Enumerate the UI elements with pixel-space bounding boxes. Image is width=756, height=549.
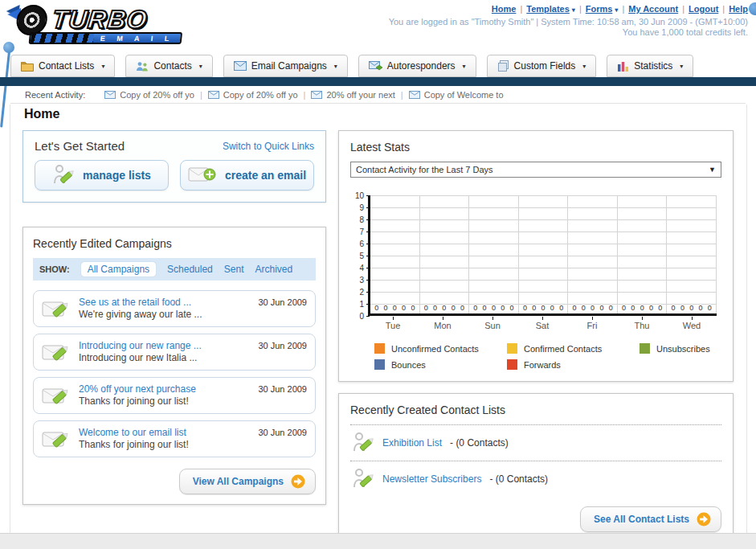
- contact-list-row[interactable]: Exhibition List- (0 Contacts): [350, 427, 721, 459]
- chart-x-axis: TueMonSunSatFriThuWed: [368, 317, 717, 330]
- filter-archived[interactable]: Archived: [255, 264, 292, 275]
- campaign-subtitle: Introducing our new Italia ...: [79, 352, 250, 364]
- recent-activity-item[interactable]: Copy of 20% off yo: [208, 90, 298, 100]
- main-content: Home Let's Get Started Switch to Quick L…: [10, 104, 747, 533]
- see-all-contact-lists-button[interactable]: See All Contact Lists: [580, 506, 721, 532]
- y-axis-label: 9: [353, 203, 370, 211]
- campaign-title-link[interactable]: Introducing our new range ...: [79, 340, 250, 352]
- filter-sent[interactable]: Sent: [224, 264, 244, 275]
- activity-separator: |: [304, 90, 306, 100]
- chart-value-label: 0: [672, 304, 676, 312]
- contact-list-link[interactable]: Newsletter Subscribers: [382, 473, 481, 485]
- top-nav-my-account[interactable]: My Account: [628, 4, 678, 14]
- chart-day-column: 00000: [667, 195, 717, 313]
- top-nav-forms[interactable]: Forms▾: [586, 4, 619, 14]
- tab-autoresponders[interactable]: Autoresponders▾: [358, 55, 476, 77]
- filter-scheduled[interactable]: Scheduled: [167, 264, 213, 275]
- top-nav-help[interactable]: Help: [729, 4, 748, 14]
- top-nav-templates[interactable]: Templates▾: [526, 4, 575, 14]
- filter-all-campaigns[interactable]: All Campaigns: [81, 262, 156, 277]
- tab-email-campaigns[interactable]: Email Campaigns▾: [223, 55, 348, 77]
- chart-day-column: 00000: [519, 195, 569, 313]
- activity-item-label: Copy of 20% off yo: [223, 90, 298, 100]
- legend-swatch: [640, 343, 650, 354]
- tab-contacts[interactable]: Contacts▾: [125, 55, 212, 77]
- recent-activity-items: Copy of 20% off yo|Copy of 20% off yo|20…: [104, 90, 503, 100]
- chart-value-label: 0: [483, 304, 487, 312]
- tab-contact-lists[interactable]: Contact Lists▾: [10, 55, 115, 77]
- chart-value-label: 0: [631, 304, 635, 312]
- chart-value-label: 0: [393, 304, 397, 312]
- chart-value-label: 0: [640, 304, 644, 312]
- activity-item-label: Copy of Welcome to: [424, 90, 504, 100]
- chart-value-labels: 00000: [619, 304, 665, 312]
- chart-value-label: 0: [680, 304, 684, 312]
- get-started-panel: Let's Get Started Switch to Quick Links …: [22, 130, 326, 203]
- view-all-campaigns-button[interactable]: View All Campaigns: [179, 469, 316, 494]
- left-column: Let's Get Started Switch to Quick Links …: [22, 130, 326, 505]
- x-axis-label: Mon: [418, 317, 468, 330]
- chart-value-label: 0: [492, 304, 496, 312]
- x-tick-mark: [393, 317, 394, 320]
- get-started-buttons: manage listscreate an email: [35, 160, 314, 191]
- legend-item-confirmed-contacts: Confirmed Contacts: [507, 343, 640, 354]
- contact-lists-actions: See All Contact Lists: [350, 506, 721, 532]
- campaigns-panel-title: Recently Edited Campaigns: [33, 237, 316, 250]
- top-nav: Home|Templates▾|Forms▾|My Account|Logout…: [492, 4, 748, 14]
- contact-list-row[interactable]: Newsletter Subscribers- (0 Contacts): [350, 463, 721, 495]
- small-envelope-icon: [104, 91, 116, 99]
- contact-activity-chart: 0123456789100000000000000000000000000000…: [368, 195, 717, 330]
- x-axis-label: Tue: [368, 317, 418, 330]
- campaign-row[interactable]: Introducing our new range ...Introducing…: [33, 334, 316, 371]
- turbo-email-dashboard: TURBO E M A I L Home|Templates▾|Forms▾|M…: [0, 0, 756, 549]
- chart-value-label: 0: [424, 304, 428, 312]
- y-tick-mark: [366, 219, 370, 220]
- campaign-row[interactable]: See us at the retail food ...We're givin…: [33, 290, 316, 327]
- manage-lists-button[interactable]: manage lists: [35, 160, 169, 191]
- stats-period-select[interactable]: Contact Activity for the Last 7 Days ▼: [350, 162, 721, 178]
- top-nav-home[interactable]: Home: [492, 4, 517, 14]
- chart-value-label: 0: [532, 304, 536, 312]
- chevron-down-icon: ▾: [582, 63, 586, 70]
- chevron-down-icon: ▼: [709, 166, 716, 174]
- y-tick-mark: [366, 304, 370, 305]
- legend-item-forwards: Forwards: [507, 359, 640, 370]
- logo-title: TURBO: [51, 8, 149, 31]
- chart-value-label: 0: [609, 304, 613, 312]
- x-tick-mark: [692, 317, 693, 320]
- tab-label: Autoresponders: [387, 60, 456, 72]
- campaign-row[interactable]: Welcome to our email listThanks for join…: [33, 420, 316, 457]
- y-tick-mark: [366, 231, 370, 232]
- chart-value-label: 0: [433, 304, 437, 312]
- status-line-2: You have 1,000 total credits left.: [389, 27, 748, 38]
- campaign-title-link[interactable]: 20% off your next purchase: [79, 383, 250, 395]
- chart-value-labels: 00000: [668, 304, 714, 312]
- contact-list-link[interactable]: Exhibition List: [382, 437, 442, 449]
- campaign-texts: Welcome to our email listThanks for join…: [79, 427, 250, 451]
- chart-value-labels: 00000: [570, 304, 615, 312]
- tab-custom-fields[interactable]: Custom Fields▾: [487, 55, 597, 77]
- nav-separator: |: [682, 4, 684, 14]
- tab-statistics[interactable]: Statistics▾: [607, 55, 693, 77]
- get-started-button-label: manage lists: [83, 169, 151, 182]
- recent-activity-item[interactable]: 20% off your next: [311, 90, 394, 100]
- campaign-subtitle: Thanks for joining our list!: [79, 395, 250, 408]
- person-pencil-icon: [352, 432, 374, 454]
- chart-value-labels: 00000: [422, 304, 468, 312]
- small-envelope-icon: [208, 91, 219, 99]
- y-axis-value: 10: [355, 191, 364, 200]
- campaign-texts: See us at the retail food ...We're givin…: [79, 297, 250, 321]
- y-axis-label: 6: [353, 240, 370, 248]
- create-an-email-button[interactable]: create an email: [180, 160, 314, 191]
- autoresponder-icon: [369, 61, 382, 72]
- switch-quick-links[interactable]: Switch to Quick Links: [223, 141, 314, 152]
- campaign-title-link[interactable]: Welcome to our email list: [79, 427, 250, 439]
- recent-activity-item[interactable]: Copy of Welcome to: [409, 90, 504, 100]
- logo-top: TURBO: [7, 3, 199, 35]
- y-axis-label: 7: [353, 227, 370, 236]
- campaign-row[interactable]: 20% off your next purchaseThanks for joi…: [33, 377, 316, 414]
- campaign-title-link[interactable]: See us at the retail food ...: [79, 297, 250, 309]
- chart-value-label: 0: [452, 304, 456, 312]
- recent-activity-item[interactable]: Copy of 20% off yo: [104, 90, 194, 100]
- top-nav-logout[interactable]: Logout: [689, 4, 718, 14]
